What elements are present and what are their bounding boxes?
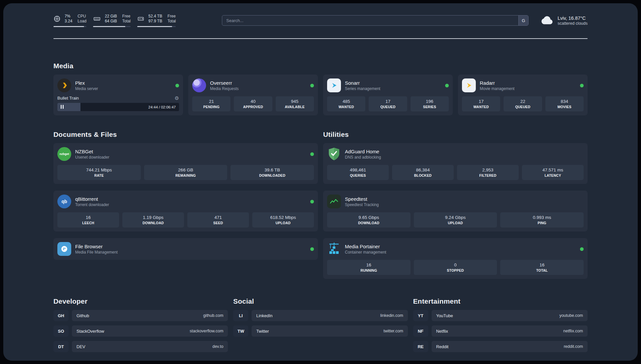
reddit-abbr-icon[interactable]: RE <box>413 341 428 352</box>
bookmark-row-netflix: NF Netflix netflix.com <box>413 325 588 337</box>
section-title-entertainment: Entertainment <box>413 297 588 305</box>
status-dot <box>310 200 314 203</box>
qbittorrent-icon: qb <box>57 195 71 208</box>
stat-tile: 9.24 Gbps UPLOAD <box>414 212 497 228</box>
card-header: qb qBittorrent Torrent downloader <box>57 195 314 208</box>
card-header: Overseerr Media Requests <box>192 78 314 92</box>
app-title: Radarr <box>480 80 514 86</box>
stat-value: 744.21 Mbps <box>59 167 139 172</box>
stat-tile: 17 WANTED <box>462 96 500 111</box>
card-header: Speedtest Speedtest Tracking <box>327 195 584 208</box>
stat-tile: 1.19 Gbps DOWNLOAD <box>122 212 184 228</box>
nzbget-icon: nzbget <box>57 147 71 161</box>
app-card-portainer[interactable]: Media Portainer Container management 16 … <box>323 238 588 279</box>
disk-metric: 52.4 TB Free 97.9 TB Total <box>137 14 176 27</box>
social-bookmarks: LI LinkedIn linkedin.com TW Twitter twit… <box>233 310 408 337</box>
stat-value: 9.65 Gbps <box>328 215 409 220</box>
disk-readout: 52.4 TB Free 97.9 TB Total <box>148 14 176 23</box>
bookmark-link-netflix[interactable]: Netflix netflix.com <box>432 325 588 337</box>
disk-total-value: 97.9 TB <box>148 19 162 23</box>
plex-icon <box>57 78 71 92</box>
app-card-radarr[interactable]: Radarr Movie management 17 WANTED 22 QUE… <box>458 75 588 115</box>
disk-total-label: Total <box>168 19 176 23</box>
app-card-adguard[interactable]: AdGuard Home DNS and adblocking 498,461 … <box>323 143 588 184</box>
app-card-sonarr[interactable]: Sonarr Series management 485 WANTED 17 Q… <box>323 75 453 115</box>
netflix-abbr-icon[interactable]: NF <box>413 325 428 337</box>
stat-tile: 834 MOVIES <box>545 96 584 111</box>
app-card-qbittorrent[interactable]: qb qBittorrent Torrent downloader 16 LEE… <box>53 191 318 231</box>
stat-tile: 2,953 FILTERED <box>457 165 519 180</box>
status-dot <box>175 84 179 87</box>
entertainment-bookmarks: YT YouTube youtube.com NF Netflix netfli… <box>413 310 588 352</box>
section-title-media: Media <box>53 62 588 70</box>
bookmark-name: YouTube <box>436 313 453 318</box>
stat-tile: 266 GB REMAINING <box>144 165 228 180</box>
dev-abbr-icon[interactable]: DT <box>53 341 69 352</box>
stat-tile: 0 STOPPED <box>414 260 497 275</box>
app-title: Media Portainer <box>345 244 386 249</box>
gear-icon[interactable]: ⚙ <box>175 96 179 101</box>
cpu-label: CPU <box>77 14 86 18</box>
stat-value: 9.24 Gbps <box>415 215 496 220</box>
stat-value: 17 <box>370 99 406 104</box>
weather-text: Lviv, 16.87°C scattered clouds <box>558 15 588 26</box>
youtube-abbr-icon[interactable]: YT <box>413 310 428 321</box>
github-abbr-icon[interactable]: GH <box>53 310 69 321</box>
stat-label: APPROVED <box>235 105 271 109</box>
stat-label: QUEUED <box>370 105 406 109</box>
bookmark-url: linkedin.com <box>380 313 403 318</box>
status-dot <box>445 84 449 87</box>
adguard-icon <box>327 147 341 161</box>
stat-label: DOWNLOADED <box>232 173 313 177</box>
stat-value: 471 <box>189 215 248 220</box>
card-header: Media Portainer Container management <box>327 242 584 256</box>
qbittorrent-icon-text: qb <box>61 199 67 204</box>
stat-value: 22 <box>505 99 540 104</box>
memory-total-label: Total <box>122 19 131 23</box>
stat-label: WANTED <box>463 105 499 109</box>
cloud-icon <box>540 16 554 25</box>
status-dot <box>310 84 314 87</box>
memory-total-value: 64 GiB <box>105 19 117 23</box>
twitter-abbr-icon[interactable]: TW <box>233 325 248 337</box>
linkedin-abbr-icon[interactable]: LI <box>233 310 248 321</box>
stat-label: MOVIES <box>547 105 582 109</box>
search-engine-button[interactable]: G <box>518 15 528 25</box>
stat-label: SEED <box>189 221 248 225</box>
app-card-nzbget[interactable]: nzbget NZBGet Usenet downloader 744.21 M… <box>53 143 318 184</box>
bookmark-url: twitter.com <box>383 329 403 333</box>
player-progress-bar[interactable]: 24:44 / 02:06:47 <box>57 103 179 111</box>
stats-row: 744.21 Mbps RATE 266 GB REMAINING 39.6 T… <box>57 165 314 180</box>
bookmark-link-twitter[interactable]: Twitter twitter.com <box>252 325 408 337</box>
bookmark-link-github[interactable]: Github github.com <box>72 310 228 321</box>
card-titles: Sonarr Series management <box>345 80 380 91</box>
bookmark-link-linkedin[interactable]: LinkedIn linkedin.com <box>252 310 408 321</box>
app-card-speedtest[interactable]: Speedtest Speedtest Tracking 9.65 Gbps D… <box>323 191 588 231</box>
stat-tile: 945 AVAILABLE <box>276 96 314 111</box>
middle-columns: Documents & Files nzbget NZBGet Usenet d… <box>53 131 588 279</box>
bookmark-link-youtube[interactable]: YouTube youtube.com <box>432 310 588 321</box>
stat-label: LEECH <box>59 221 118 225</box>
bookmark-link-reddit[interactable]: Reddit reddit.com <box>432 341 588 352</box>
cpu-progress-bar <box>53 26 86 27</box>
pause-icon[interactable] <box>61 105 64 109</box>
search-input[interactable] <box>222 15 529 26</box>
bookmark-link-stackoverflow[interactable]: StackOverflow stackoverflow.com <box>72 325 228 337</box>
status-dot <box>310 247 314 251</box>
card-titles: AdGuard Home DNS and adblocking <box>345 149 381 160</box>
stat-tile: 22 QUEUED <box>504 96 542 111</box>
app-subtitle: Speedtest Tracking <box>345 202 379 207</box>
stat-value: 0.993 ms <box>502 215 582 220</box>
app-card-overseerr[interactable]: Overseerr Media Requests 21 PENDING 40 A… <box>188 75 318 115</box>
stackoverflow-abbr-icon[interactable]: SO <box>53 325 69 337</box>
card-titles: Plex Media server <box>75 80 98 91</box>
stat-value: 16 <box>59 215 118 220</box>
app-subtitle: Media Requests <box>210 86 239 91</box>
filebrowser-icon <box>57 242 71 256</box>
stat-tile: 16 TOTAL <box>500 260 584 275</box>
app-card-filebrowser[interactable]: File Browser Media File Management <box>53 238 318 260</box>
bookmark-name: Github <box>76 313 89 318</box>
bookmark-link-dev[interactable]: DEV dev.to <box>72 341 228 352</box>
app-card-plex[interactable]: Plex Media server Bullet Train ⚙ 24:44 /… <box>53 75 183 115</box>
stat-value: 16 <box>328 262 409 267</box>
